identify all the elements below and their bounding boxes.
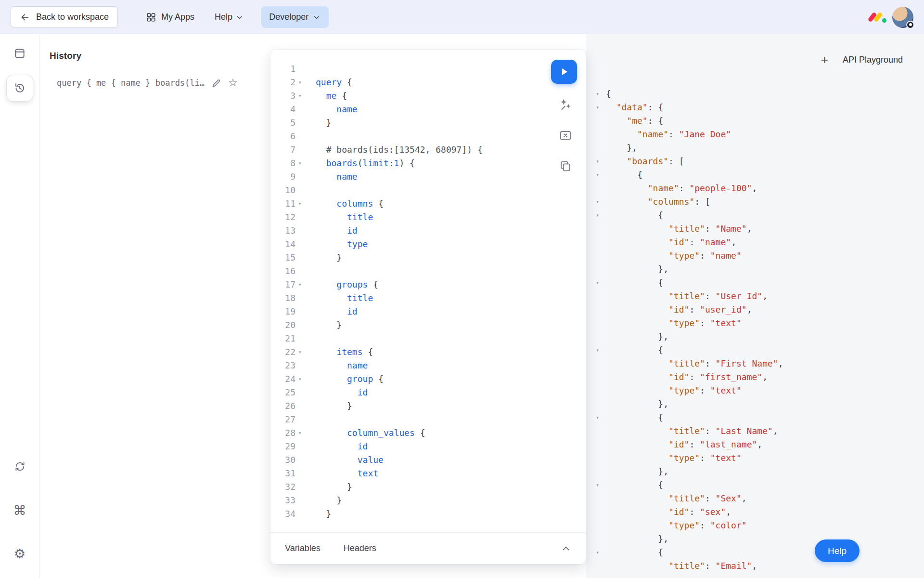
line-number: 16 xyxy=(274,264,295,278)
fold-spacer xyxy=(295,413,304,426)
fold-spacer xyxy=(295,386,304,399)
fold-toggle-icon[interactable]: ▾ xyxy=(295,197,304,210)
line-number: 5 xyxy=(274,116,295,130)
fold-toggle-icon[interactable]: ▾ xyxy=(596,411,606,424)
code-text: } xyxy=(304,507,332,521)
fold-toggle-icon[interactable]: ▾ xyxy=(596,87,606,101)
response-line: "id": "last_name", xyxy=(586,438,924,451)
code-line: 14 type xyxy=(274,237,586,251)
code-text xyxy=(304,332,316,345)
clear-button[interactable] xyxy=(557,127,574,144)
fold-spacer xyxy=(596,465,606,478)
response-line: }, xyxy=(586,532,924,546)
code-text xyxy=(304,264,316,278)
line-number: 10 xyxy=(274,184,295,197)
fold-toggle-icon[interactable]: ▾ xyxy=(295,345,304,359)
fold-toggle-icon[interactable]: ▾ xyxy=(596,155,606,168)
run-query-button[interactable] xyxy=(551,60,577,84)
refresh-icon-button[interactable] xyxy=(8,455,31,478)
line-number: 2 xyxy=(274,76,295,89)
history-icon-button[interactable] xyxy=(6,75,33,102)
response-line: ▾ { xyxy=(586,411,924,424)
response-text: "id": "sex", xyxy=(606,505,731,519)
fold-toggle-icon[interactable]: ▾ xyxy=(295,76,304,89)
fold-toggle-icon[interactable]: ▾ xyxy=(596,478,606,492)
response-line: ▾ { xyxy=(586,168,924,182)
avatar[interactable] xyxy=(892,7,913,28)
fold-toggle-icon[interactable]: ▾ xyxy=(596,101,606,114)
developer-menu[interactable]: Developer xyxy=(261,6,329,28)
fold-toggle-icon[interactable]: ▾ xyxy=(596,168,606,182)
settings-icon-button[interactable]: ⚙ xyxy=(8,542,31,565)
response-line: "me": { xyxy=(586,114,924,128)
grid-icon xyxy=(146,12,156,23)
response-line: }, xyxy=(586,465,924,478)
line-number: 23 xyxy=(274,359,295,372)
fold-toggle-icon[interactable]: ▾ xyxy=(596,343,606,357)
fold-toggle-icon[interactable]: ▾ xyxy=(295,157,304,170)
response-line: ▾ { xyxy=(586,276,924,289)
code-text: } xyxy=(304,480,352,494)
response-viewer[interactable]: ▾{▾ "data": { "me": { "name": "Jane Doe"… xyxy=(586,87,924,573)
fold-toggle-icon[interactable]: ▾ xyxy=(295,372,304,386)
response-line: ▾ { xyxy=(586,209,924,222)
copy-button[interactable] xyxy=(557,158,574,175)
edit-icon[interactable] xyxy=(211,78,221,88)
response-text: { xyxy=(606,168,642,182)
my-apps-button[interactable]: My Apps xyxy=(146,12,194,23)
code-line: 26 } xyxy=(274,399,586,413)
fold-spacer xyxy=(295,494,304,507)
back-to-workspace-button[interactable]: Back to workspace xyxy=(11,6,118,28)
chevron-up-icon xyxy=(561,543,571,554)
docs-icon-button[interactable] xyxy=(8,42,31,65)
api-playground-page: Back to workspace My Apps Help Developer xyxy=(0,0,924,578)
response-text: }, xyxy=(606,465,668,478)
response-line: "title": "User Id", xyxy=(586,289,924,303)
response-line: "title": "Name", xyxy=(586,222,924,236)
fold-spacer xyxy=(596,303,606,316)
fold-toggle-icon[interactable]: ▾ xyxy=(295,278,304,291)
star-icon[interactable]: ☆ xyxy=(228,78,238,88)
response-text: "id": "user_id", xyxy=(606,303,752,316)
fold-toggle-icon[interactable]: ▾ xyxy=(596,209,606,222)
tab-headers[interactable]: Headers xyxy=(344,543,376,553)
code-text: items { xyxy=(304,345,373,359)
fold-spacer xyxy=(295,399,304,413)
history-item[interactable]: query { me { name } boards(li… ☆ xyxy=(57,78,269,88)
response-line: "id": "name", xyxy=(586,236,924,249)
code-text: name xyxy=(304,359,368,372)
response-line: ▾ { xyxy=(586,343,924,357)
shortcuts-icon-button[interactable]: ⌘ xyxy=(8,499,31,522)
code-line: 18 title xyxy=(274,291,586,305)
fold-toggle-icon[interactable]: ▾ xyxy=(295,426,304,440)
fold-spacer xyxy=(295,467,304,480)
topbar: Back to workspace My Apps Help Developer xyxy=(0,0,924,34)
fold-toggle-icon[interactable]: ▾ xyxy=(596,546,606,559)
tab-variables[interactable]: Variables xyxy=(285,543,321,553)
collapse-footer-button[interactable] xyxy=(561,543,571,554)
help-menu[interactable]: Help xyxy=(215,12,244,22)
editor-code-area[interactable]: 12▾query {3▾ me {4 name5 }67 # boards(id… xyxy=(274,62,586,521)
code-line: 27 xyxy=(274,413,586,426)
code-line: 9 name xyxy=(274,170,586,184)
code-line: 31 text xyxy=(274,467,586,480)
history-query-text: query { me { name } boards(li… xyxy=(57,78,205,88)
back-arrow-icon xyxy=(20,12,30,23)
response-text: "me": { xyxy=(606,114,663,128)
code-text: name xyxy=(304,170,358,184)
fold-spacer xyxy=(295,480,304,494)
fold-toggle-icon[interactable]: ▾ xyxy=(596,195,606,209)
fold-toggle-icon[interactable]: ▾ xyxy=(596,276,606,289)
code-line: 20 } xyxy=(274,318,586,332)
refresh-icon xyxy=(14,460,26,473)
prettify-button[interactable] xyxy=(557,96,574,113)
line-number: 33 xyxy=(274,494,295,507)
new-tab-button[interactable]: + xyxy=(821,53,828,66)
help-button[interactable]: Help xyxy=(815,539,860,562)
response-text: "title": "Sex", xyxy=(606,492,747,505)
code-line: 30 value xyxy=(274,453,586,467)
fold-spacer xyxy=(596,330,606,343)
line-number: 30 xyxy=(274,453,295,467)
fold-toggle-icon[interactable]: ▾ xyxy=(295,89,304,103)
line-number: 19 xyxy=(274,305,295,318)
